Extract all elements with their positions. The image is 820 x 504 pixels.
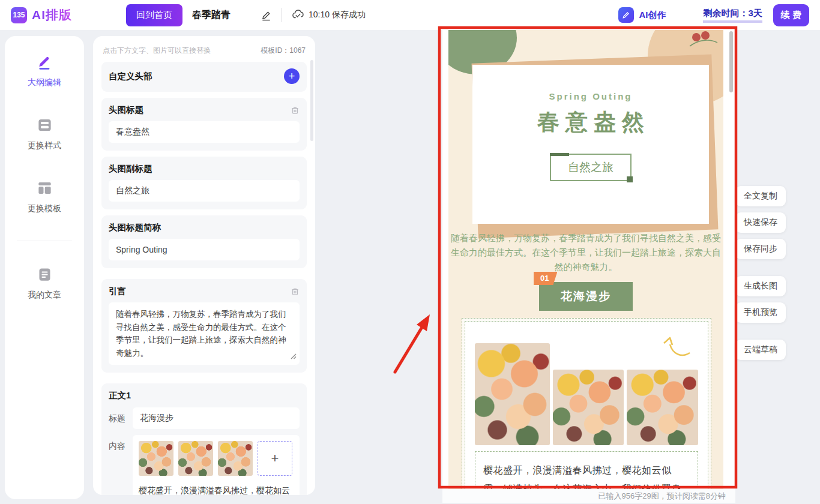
annotation-arrow xyxy=(395,328,421,372)
ai-pencil-icon xyxy=(618,7,634,23)
body1-content-label: 内容 xyxy=(109,435,133,452)
save-sync-button[interactable]: 保存同步 xyxy=(735,239,786,259)
ai-create-label: AI创作 xyxy=(639,10,666,21)
editor-hint-text: 点击下方文字、图片可以直接替换 xyxy=(103,46,211,56)
save-status-text: 10:10 保存成功 xyxy=(309,10,366,20)
editor-scrollbar[interactable] xyxy=(310,60,313,141)
cloud-draft-button[interactable]: 云端草稿 xyxy=(735,340,786,360)
delete-intro-button[interactable] xyxy=(291,287,300,296)
sidebar-item-change-template[interactable]: 更换模板 xyxy=(28,180,61,214)
preview-section-title[interactable]: 花海漫步 xyxy=(539,282,633,311)
template-layout-icon xyxy=(37,180,53,199)
resize-grip-icon[interactable] xyxy=(291,351,297,362)
body1-label: 正文1 xyxy=(109,390,131,401)
preview-intro-paragraph[interactable]: 随着春风轻拂，万物复苏，春季踏青成为了我们寻找自然之美，感受生命力的最佳方式。在… xyxy=(451,231,721,274)
rename-pencil-icon[interactable] xyxy=(261,10,272,21)
cloud-check-icon xyxy=(292,9,304,21)
preview-main-title: 春意盎然 xyxy=(472,107,709,137)
phone-preview-button[interactable]: 手机预览 xyxy=(735,302,786,323)
app-root: 135 AI排版 回到首页 春季踏青 10:10 保存成功 AI创作 剩余时间：… xyxy=(0,0,820,504)
head-subtitle-field-block: 头图副标题 xyxy=(101,157,307,209)
top-header-bar: 135 AI排版 回到首页 春季踏青 10:10 保存成功 AI创作 剩余时间：… xyxy=(0,0,820,30)
app-logo-title: AI排版 xyxy=(32,7,72,23)
add-header-button[interactable] xyxy=(284,68,300,84)
sidebar-item-outline-edit[interactable]: 大纲编辑 xyxy=(28,54,61,88)
logo-135-icon: 135 xyxy=(11,7,27,23)
outline-editor-panel: 点击下方文字、图片可以直接替换 模板ID：1067 自定义头部 头图标题 头图副… xyxy=(93,36,315,495)
head-short-label: 头图标题简称 xyxy=(109,222,161,233)
renew-button[interactable]: 续 费 xyxy=(773,4,809,26)
back-to-home-button[interactable]: 回到首页 xyxy=(126,4,182,26)
preview-flower-image[interactable] xyxy=(627,370,698,445)
preview-subtitle-box: 自然之旅 xyxy=(550,154,632,181)
sidebar-divider xyxy=(17,241,72,241)
intro-field-block: 引言 随着春风轻拂，万物复苏，春季踏青成为了我们寻找自然之美，感受生命力的最佳方… xyxy=(101,279,307,373)
sidebar-item-label: 更换样式 xyxy=(28,140,61,151)
ai-create-button[interactable]: AI创作 xyxy=(618,7,666,23)
berries-decoration-icon xyxy=(686,30,719,48)
document-title: 春季踏青 xyxy=(192,9,231,22)
sidebar-item-my-articles[interactable]: 我的文章 xyxy=(28,266,61,301)
preview-canvas: Spring Outing 春意盎然 自然之旅 随着春风轻拂，万物复苏，春季踏青… xyxy=(448,29,723,489)
time-remaining-badge: 剩余时间：3天 xyxy=(703,8,762,23)
generate-long-image-button[interactable]: 生成长图 xyxy=(735,276,786,296)
header-divider xyxy=(282,8,282,22)
body1-content-editor: 樱花盛开，浪漫满溢春风拂过，樱花如云似霞，铺满枝头。在这花海之中，我们仿佛置身于… xyxy=(133,435,300,495)
style-layout-icon xyxy=(37,117,53,136)
flower-thumbnail-image[interactable] xyxy=(218,441,253,476)
body1-title-input[interactable] xyxy=(133,407,300,429)
save-status: 10:10 保存成功 xyxy=(292,9,366,21)
custom-header-section: 自定义头部 xyxy=(101,62,307,92)
preview-section-header: 01 花海漫步 xyxy=(448,282,723,311)
head-title-label: 头图标题 xyxy=(109,104,143,116)
preview-scrollbar[interactable] xyxy=(729,31,733,92)
template-id-text: 模板ID：1067 xyxy=(261,46,306,56)
add-image-button[interactable] xyxy=(258,441,292,476)
preview-section-text[interactable]: 樱花盛开，浪漫满溢春风拂过，樱花如云似霞，铺满枝头。在这花海之中，我们仿佛置身于… xyxy=(475,451,698,489)
head-title-input[interactable] xyxy=(109,121,300,143)
quick-save-button[interactable]: 快速保存 xyxy=(735,212,786,233)
yellow-arrow-decoration xyxy=(660,334,692,359)
body1-title-label: 标题 xyxy=(109,407,133,424)
word-count-status-bar: 已输入956字29图，预计阅读需8分钟 xyxy=(442,489,735,503)
preview-english-title: Spring Outing xyxy=(472,65,709,101)
preview-gallery-frame: 樱花盛开，浪漫满溢春风拂过，樱花如云似霞，铺满枝头。在这花海之中，我们仿佛置身于… xyxy=(462,318,711,489)
article-document-icon xyxy=(37,266,53,285)
head-short-field-block: 头图标题简称 xyxy=(101,215,307,268)
left-sidebar: 大纲编辑 更换样式 更换模板 我的文章 xyxy=(5,36,84,499)
intro-textarea[interactable]: 随着春风轻拂，万物复苏，春季踏青成为了我们寻找自然之美，感受生命力的最佳方式。在… xyxy=(109,302,300,365)
custom-header-label: 自定义头部 xyxy=(109,71,152,82)
sidebar-item-label: 大纲编辑 xyxy=(28,77,61,88)
flower-thumbnail-image[interactable] xyxy=(178,441,213,476)
preview-flower-image[interactable] xyxy=(553,370,624,445)
sidebar-item-label: 我的文章 xyxy=(28,290,61,301)
copy-full-text-button[interactable]: 全文复制 xyxy=(735,186,786,206)
head-title-field-block: 头图标题 xyxy=(101,98,307,151)
article-preview-panel: Spring Outing 春意盎然 自然之旅 随着春风轻拂，万物复苏，春季踏青… xyxy=(442,26,735,489)
outline-pencil-icon xyxy=(37,54,53,73)
sidebar-item-change-style[interactable]: 更换样式 xyxy=(28,117,61,151)
head-short-input[interactable] xyxy=(109,239,300,260)
annotation-arrow-head xyxy=(417,314,430,331)
intro-label: 引言 xyxy=(109,286,126,297)
body1-content-text[interactable]: 樱花盛开，浪漫满溢春风拂过，樱花如云似霞，铺满枝头。在这花海之中，我们仿佛置身于… xyxy=(139,483,294,495)
preview-action-buttons: 全文复制 快速保存 保存同步 生成长图 手机预览 云端草稿 xyxy=(735,186,786,360)
head-subtitle-label: 头图副标题 xyxy=(109,163,152,175)
flower-thumbnail-image[interactable] xyxy=(139,441,173,476)
head-subtitle-input[interactable] xyxy=(109,180,300,202)
sidebar-item-label: 更换模板 xyxy=(28,203,61,214)
body1-section-block: 正文1 标题 内容 樱花盛开，浪漫满溢春风拂过，樱花如云似霞，铺满枝头。在这花海… xyxy=(101,383,307,495)
delete-head-title-button[interactable] xyxy=(291,106,300,115)
preview-flower-image[interactable] xyxy=(475,343,550,445)
title-card[interactable]: Spring Outing 春意盎然 自然之旅 xyxy=(472,65,709,224)
